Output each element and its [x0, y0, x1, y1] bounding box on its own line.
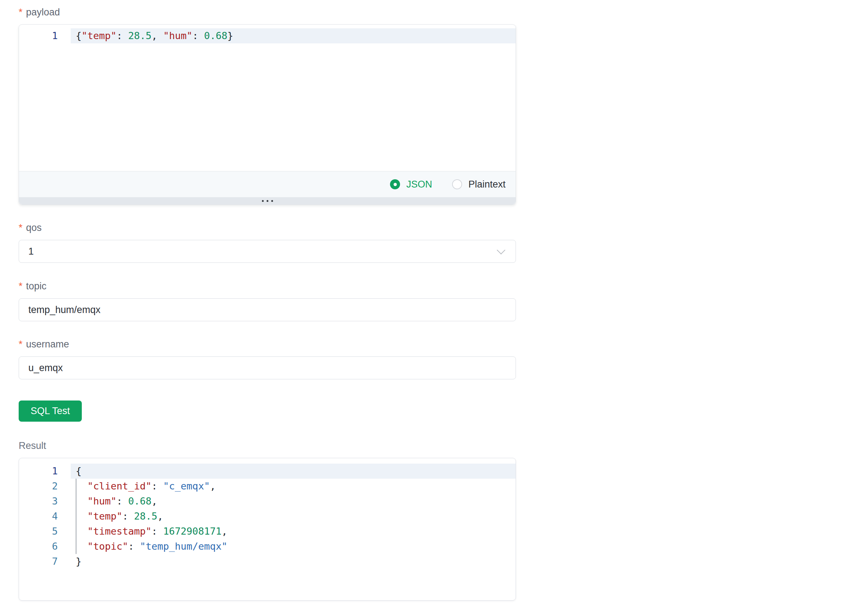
required-asterisk: * [19, 280, 23, 292]
resize-dots-icon [271, 200, 273, 202]
result-label-text: Result [19, 440, 46, 452]
resize-dots-icon [266, 200, 268, 202]
payload-code-area[interactable]: 1{"temp": 28.5, "hum": 0.68} [19, 25, 516, 171]
result-label: Result [19, 440, 516, 452]
payload-editor: 1{"temp": 28.5, "hum": 0.68} JSON Plaint… [19, 24, 516, 205]
code-line-content: "temp": 28.5, [71, 509, 516, 524]
qos-selected-value: 1 [28, 246, 34, 257]
radio-plaintext-icon [452, 179, 462, 189]
code-line-content: "topic": "temp_hum/emqx" [71, 539, 516, 554]
sql-test-button[interactable]: SQL Test [19, 400, 82, 422]
code-line: 4 "temp": 28.5, [19, 509, 516, 524]
payload-label-text: payload [26, 6, 60, 18]
code-line-content: } [71, 554, 516, 569]
code-line: 5 "timestamp": 1672908171, [19, 524, 516, 539]
username-label: * username [19, 339, 516, 350]
username-input[interactable] [19, 356, 516, 379]
line-number: 1 [19, 28, 58, 43]
code-line-content: { [71, 463, 516, 479]
payload-format-bar: JSON Plaintext [19, 171, 516, 197]
code-line-content: "hum": 0.68, [71, 494, 516, 509]
code-line-content: {"temp": 28.5, "hum": 0.68} [71, 28, 516, 43]
line-number: 2 [19, 479, 58, 494]
code-line: 1{ [19, 463, 516, 479]
qos-select[interactable]: 1 [19, 240, 516, 263]
payload-label: * payload [19, 6, 516, 18]
chevron-down-icon [497, 246, 505, 255]
line-number: 1 [19, 463, 58, 479]
code-line: 6 "topic": "temp_hum/emqx" [19, 539, 516, 554]
code-line: 1{"temp": 28.5, "hum": 0.68} [19, 28, 516, 43]
code-line: 7} [19, 554, 516, 569]
radio-json-icon [390, 179, 400, 189]
line-number: 6 [19, 539, 58, 554]
code-line-content: "timestamp": 1672908171, [71, 524, 516, 539]
required-asterisk: * [19, 339, 23, 350]
radio-option-json[interactable]: JSON [390, 179, 432, 190]
line-number: 7 [19, 554, 58, 569]
qos-label: * qos [19, 222, 516, 234]
line-number: 5 [19, 524, 58, 539]
sql-test-form: * payload 1{"temp": 28.5, "hum": 0.68} J… [19, 0, 516, 601]
radio-json-label: JSON [406, 179, 432, 190]
required-asterisk: * [19, 6, 23, 18]
line-number: 3 [19, 494, 58, 509]
topic-label: * topic [19, 280, 516, 292]
radio-plaintext-label: Plaintext [468, 179, 506, 190]
result-viewer[interactable]: 1{2 "client_id": "c_emqx",3 "hum": 0.68,… [19, 458, 516, 601]
qos-label-text: qos [26, 222, 42, 234]
required-asterisk: * [19, 222, 23, 234]
code-line: 3 "hum": 0.68, [19, 494, 516, 509]
topic-input[interactable] [19, 298, 516, 321]
resize-dots-icon [262, 200, 264, 202]
username-label-text: username [26, 339, 69, 350]
code-line: 2 "client_id": "c_emqx", [19, 479, 516, 494]
radio-option-plaintext[interactable]: Plaintext [452, 179, 506, 190]
editor-resize-handle[interactable] [19, 197, 516, 204]
line-number: 4 [19, 509, 58, 524]
topic-label-text: topic [26, 280, 47, 292]
code-line-content: "client_id": "c_emqx", [71, 479, 516, 494]
